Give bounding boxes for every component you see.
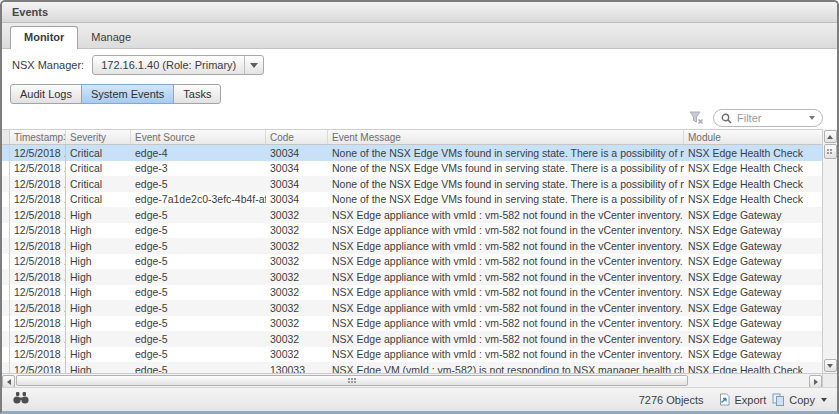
cell-module: NSX Edge Gateway bbox=[684, 254, 822, 270]
header-code[interactable]: Code bbox=[266, 130, 328, 144]
cell-timestamp: 12/5/2018 ... bbox=[10, 254, 66, 270]
cell-source: edge-5 bbox=[131, 347, 266, 363]
row-lead-cell bbox=[2, 362, 10, 373]
cell-severity: High bbox=[66, 254, 131, 270]
cell-severity: High bbox=[66, 285, 131, 301]
find-binoculars-icon[interactable] bbox=[12, 391, 30, 409]
cell-code: 30034 bbox=[266, 192, 328, 208]
table-row[interactable]: 12/5/2018 ...Criticaledge-330034None of … bbox=[2, 161, 822, 177]
table-row[interactable]: 12/5/2018 ...Criticaledge-7a1de2c0-3efc-… bbox=[2, 192, 822, 208]
row-lead-cell bbox=[2, 269, 10, 285]
nsx-manager-dropdown[interactable]: 172.16.1.40 (Role: Primary) bbox=[92, 55, 264, 75]
header-severity[interactable]: Severity bbox=[66, 130, 131, 144]
row-lead-cell bbox=[2, 238, 10, 254]
table-row[interactable]: 12/5/2018 ...Highedge-5130033NSX Edge VM… bbox=[2, 362, 822, 373]
export-button[interactable]: Export bbox=[718, 393, 767, 406]
cell-severity: High bbox=[66, 238, 131, 254]
vertical-scroll-thumb[interactable] bbox=[824, 144, 837, 159]
cell-module: NSX Edge Gateway bbox=[684, 207, 822, 223]
filter-searchbox[interactable] bbox=[713, 109, 823, 127]
clear-filter-icon[interactable] bbox=[689, 111, 705, 125]
table-row[interactable]: 12/5/2018 ...Highedge-530032NSX Edge app… bbox=[2, 347, 822, 363]
filter-row bbox=[2, 107, 837, 129]
cell-module: NSX Edge Gateway bbox=[684, 269, 822, 285]
tab-manage[interactable]: Manage bbox=[78, 27, 144, 48]
copy-button[interactable]: Copy bbox=[772, 393, 827, 406]
table-row[interactable]: 12/5/2018 ...Highedge-530032NSX Edge app… bbox=[2, 207, 822, 223]
objects-count: 7276 Objects bbox=[639, 394, 704, 406]
cell-code: 30032 bbox=[266, 331, 328, 347]
row-lead-cell bbox=[2, 145, 10, 161]
content-area: NSX Manager: 172.16.1.40 (Role: Primary)… bbox=[2, 49, 837, 411]
table-row[interactable]: 12/5/2018 ...Highedge-530032NSX Edge app… bbox=[2, 238, 822, 254]
horizontal-scrollbar[interactable] bbox=[2, 373, 837, 387]
events-table: Timestamp 1 Severity Event Source Code E… bbox=[2, 129, 822, 373]
header-timestamp[interactable]: Timestamp 1 bbox=[10, 130, 66, 144]
table-body: 12/5/2018 ...Criticaledge-430034None of … bbox=[2, 145, 822, 373]
cell-timestamp: 12/5/2018 ... bbox=[10, 161, 66, 177]
cell-severity: High bbox=[66, 269, 131, 285]
cell-message: NSX Edge appliance with vmId : vm-582 no… bbox=[328, 300, 684, 316]
cell-timestamp: 12/5/2018 ... bbox=[10, 269, 66, 285]
cell-code: 30032 bbox=[266, 254, 328, 270]
cell-source: edge-5 bbox=[131, 300, 266, 316]
cell-source: edge-5 bbox=[131, 331, 266, 347]
scroll-down-button[interactable] bbox=[824, 359, 837, 372]
cell-severity: High bbox=[66, 347, 131, 363]
cell-module: NSX Edge Health Check bbox=[684, 145, 822, 161]
cell-code: 30032 bbox=[266, 347, 328, 363]
cell-severity: High bbox=[66, 223, 131, 239]
scroll-up-button[interactable] bbox=[824, 130, 837, 143]
cell-module: NSX Edge Gateway bbox=[684, 331, 822, 347]
copy-icon bbox=[772, 393, 785, 406]
cell-severity: High bbox=[66, 300, 131, 316]
cell-message: NSX Edge appliance with vmId : vm-582 no… bbox=[328, 238, 684, 254]
cell-severity: High bbox=[66, 331, 131, 347]
cell-module: NSX Edge Gateway bbox=[684, 238, 822, 254]
header-module[interactable]: Module bbox=[684, 130, 822, 144]
subtab-tasks[interactable]: Tasks bbox=[173, 84, 221, 104]
chevron-down-icon[interactable] bbox=[245, 63, 263, 68]
cell-source: edge-5 bbox=[131, 362, 266, 373]
table-row[interactable]: 12/5/2018 ...Criticaledge-430034None of … bbox=[2, 145, 822, 161]
table-row[interactable]: 12/5/2018 ...Highedge-530032NSX Edge app… bbox=[2, 254, 822, 270]
subtab-audit-logs[interactable]: Audit Logs bbox=[10, 84, 82, 104]
table-row[interactable]: 12/5/2018 ...Highedge-530032NSX Edge app… bbox=[2, 300, 822, 316]
table-row[interactable]: 12/5/2018 ...Highedge-530032NSX Edge app… bbox=[2, 269, 822, 285]
cell-severity: Critical bbox=[66, 176, 131, 192]
cell-timestamp: 12/5/2018 ... bbox=[10, 238, 66, 254]
header-event-source[interactable]: Event Source bbox=[131, 130, 266, 144]
horizontal-scroll-thumb[interactable] bbox=[16, 375, 688, 386]
cell-timestamp: 12/5/2018 ... bbox=[10, 331, 66, 347]
table-row[interactable]: 12/5/2018 ...Criticaledge-530034None of … bbox=[2, 176, 822, 192]
search-icon bbox=[721, 113, 732, 124]
filter-options-chevron-icon[interactable] bbox=[809, 116, 815, 120]
cell-timestamp: 12/5/2018 ... bbox=[10, 223, 66, 239]
table-row[interactable]: 12/5/2018 ...Highedge-530032NSX Edge app… bbox=[2, 331, 822, 347]
cell-source: edge-5 bbox=[131, 223, 266, 239]
page-title: Events bbox=[12, 6, 48, 18]
cell-timestamp: 12/5/2018 ... bbox=[10, 285, 66, 301]
filter-input[interactable] bbox=[737, 112, 804, 124]
cell-source: edge-7a1de2c0-3efc-4b4f-afa8-... bbox=[131, 192, 266, 208]
window-titlebar: Events bbox=[2, 2, 837, 23]
cell-source: edge-4 bbox=[131, 145, 266, 161]
horizontal-scroll-track[interactable] bbox=[15, 374, 809, 387]
header-event-message[interactable]: Event Message bbox=[328, 130, 684, 144]
cell-code: 30032 bbox=[266, 316, 328, 332]
cell-message: NSX Edge appliance with vmId : vm-582 no… bbox=[328, 269, 684, 285]
table-row[interactable]: 12/5/2018 ...Highedge-530032NSX Edge app… bbox=[2, 223, 822, 239]
cell-code: 30032 bbox=[266, 285, 328, 301]
cell-module: NSX Edge Health Check bbox=[684, 362, 822, 373]
cell-message: NSX Edge VM (vmId : vm-582) is not respo… bbox=[328, 362, 684, 373]
cell-message: NSX Edge appliance with vmId : vm-582 no… bbox=[328, 254, 684, 270]
table-row[interactable]: 12/5/2018 ...Highedge-530032NSX Edge app… bbox=[2, 316, 822, 332]
subtab-system-events[interactable]: System Events bbox=[81, 84, 174, 104]
cell-code: 30032 bbox=[266, 269, 328, 285]
cell-source: edge-5 bbox=[131, 316, 266, 332]
table-row[interactable]: 12/5/2018 ...Highedge-530032NSX Edge app… bbox=[2, 285, 822, 301]
tab-monitor[interactable]: Monitor bbox=[10, 26, 78, 49]
vertical-scrollbar[interactable] bbox=[822, 129, 837, 373]
cell-module: NSX Edge Gateway bbox=[684, 285, 822, 301]
cell-severity: High bbox=[66, 207, 131, 223]
